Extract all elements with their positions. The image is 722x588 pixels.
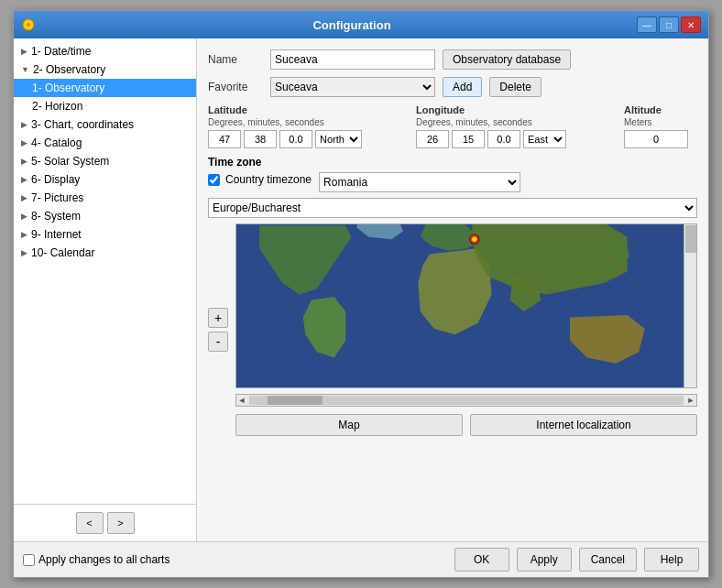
- sidebar-item-internet[interactable]: ▶ 9- Internet: [14, 225, 196, 244]
- window-body: ▶ 1- Date/time ▼ 2- Observatory 1- Obser…: [14, 38, 708, 541]
- scroll-track: [249, 396, 684, 405]
- sidebar-item-observatory[interactable]: ▼ 2- Observatory: [14, 60, 196, 79]
- sidebar-label: 9- Internet: [31, 228, 82, 241]
- expand-arrow: ▼: [21, 65, 29, 74]
- sidebar-item-date-time[interactable]: ▶ 1- Date/time: [14, 42, 196, 60]
- sidebar-item-system[interactable]: ▶ 8- System: [14, 207, 196, 225]
- app-icon: [21, 17, 36, 32]
- apply-button[interactable]: Apply: [517, 548, 572, 572]
- altitude-section: Altitude Meters: [624, 104, 697, 148]
- maximize-button[interactable]: □: [659, 16, 679, 33]
- cancel-button[interactable]: Cancel: [579, 548, 637, 572]
- latitude-minutes[interactable]: [244, 130, 277, 148]
- map-zoom-out-button[interactable]: -: [208, 332, 228, 352]
- longitude-inputs: East West: [416, 130, 609, 148]
- nav-prev-button[interactable]: <: [76, 512, 104, 534]
- country-timezone-row: Country timezone: [208, 173, 312, 186]
- expand-arrow: ▶: [21, 230, 27, 239]
- world-map-svg: [236, 224, 696, 387]
- country-timezone-checkbox[interactable]: [208, 174, 220, 186]
- map-scrollbar-vertical[interactable]: [684, 224, 696, 387]
- window-title: Configuration: [67, 18, 637, 32]
- expand-arrow: ▶: [21, 138, 27, 147]
- window-controls: — □ ✕: [637, 16, 701, 33]
- sidebar-label: 3- Chart, coordinates: [31, 118, 134, 131]
- apply-all-text: Apply changes to all charts: [38, 553, 170, 566]
- minimize-button[interactable]: —: [637, 16, 657, 33]
- expand-arrow: ▶: [21, 120, 27, 129]
- longitude-seconds[interactable]: [487, 130, 520, 148]
- longitude-section: Longitude Degrees, minutes, secondes Eas…: [416, 104, 609, 148]
- country-select[interactable]: Romania: [319, 172, 520, 192]
- sidebar-label: 6- Display: [31, 173, 80, 186]
- longitude-direction[interactable]: East West: [523, 130, 566, 148]
- close-button[interactable]: ✕: [681, 16, 701, 33]
- map-zoom-in-button[interactable]: +: [208, 308, 228, 328]
- expand-arrow: ▶: [21, 212, 27, 221]
- sidebar-item-solar-system[interactable]: ▶ 5- Solar System: [14, 152, 196, 170]
- latitude-direction[interactable]: North South: [315, 130, 362, 148]
- timezone-title: Time zone: [208, 156, 697, 169]
- name-input[interactable]: [270, 49, 435, 70]
- latitude-section: Latitude Degrees, minutes, secondes Nort…: [208, 104, 401, 148]
- observatory-database-button[interactable]: Observatory database: [443, 49, 571, 70]
- sidebar-label: 7- Pictures: [31, 191, 83, 204]
- scrollbar-thumb: [685, 225, 696, 253]
- name-label: Name: [208, 53, 263, 66]
- sidebar-label: 1- Date/time: [31, 45, 91, 58]
- sidebar-item-chart-coords[interactable]: ▶ 3- Chart, coordinates: [14, 115, 196, 134]
- latitude-degrees[interactable]: [208, 130, 241, 148]
- expand-arrow: ▶: [21, 193, 27, 202]
- timezone-select[interactable]: Europe/Bucharest: [208, 198, 697, 218]
- latitude-seconds[interactable]: [279, 130, 312, 148]
- map-container[interactable]: [235, 223, 697, 388]
- sidebar-item-obs-1[interactable]: 1- Observatory: [14, 79, 196, 97]
- map-wrapper: ◄ ► Map Internet localization: [235, 223, 697, 436]
- sidebar-item-obs-2[interactable]: 2- Horizon: [14, 97, 196, 115]
- internet-localization-button[interactable]: Internet localization: [470, 414, 697, 436]
- scroll-thumb: [268, 396, 323, 405]
- sidebar-label: 2- Observatory: [33, 63, 105, 76]
- expand-arrow: ▶: [21, 248, 27, 257]
- add-button[interactable]: Add: [443, 77, 482, 97]
- tree-view: ▶ 1- Date/time ▼ 2- Observatory 1- Obser…: [14, 38, 196, 504]
- scroll-left-arrow[interactable]: ◄: [236, 395, 247, 406]
- ok-button[interactable]: OK: [454, 548, 509, 572]
- svg-point-4: [472, 237, 476, 242]
- configuration-window: Configuration — □ ✕ ▶ 1- Date/time ▼ 2- …: [13, 10, 709, 578]
- expand-arrow: ▶: [21, 47, 27, 56]
- longitude-label: Longitude: [416, 104, 609, 115]
- sidebar-item-display[interactable]: ▶ 6- Display: [14, 170, 196, 189]
- sidebar-label: 8- System: [31, 210, 81, 223]
- sidebar-item-pictures[interactable]: ▶ 7- Pictures: [14, 189, 196, 207]
- right-panel: Name Observatory database Favorite Sucea…: [197, 38, 708, 541]
- nav-next-button[interactable]: >: [107, 512, 135, 534]
- sidebar-label: 10- Calendar: [31, 246, 94, 259]
- sidebar-item-catalog[interactable]: ▶ 4- Catalog: [14, 134, 196, 152]
- scroll-right-arrow[interactable]: ►: [685, 395, 696, 406]
- sidebar-label: 4- Catalog: [31, 136, 82, 149]
- longitude-minutes[interactable]: [452, 130, 485, 148]
- longitude-degrees[interactable]: [416, 130, 449, 148]
- map-scrollbar-horizontal[interactable]: ◄ ►: [235, 394, 697, 407]
- apply-all-label[interactable]: Apply changes to all charts: [23, 553, 170, 566]
- delete-button[interactable]: Delete: [489, 77, 542, 97]
- svg-point-1: [27, 23, 30, 27]
- altitude-input[interactable]: [624, 130, 688, 148]
- apply-all-checkbox[interactable]: [23, 554, 35, 566]
- nav-buttons: < >: [14, 504, 196, 541]
- latitude-sublabel: Degrees, minutes, secondes: [208, 117, 401, 127]
- bottom-bar: Apply changes to all charts OK Apply Can…: [14, 541, 708, 577]
- map-button[interactable]: Map: [235, 414, 463, 436]
- coordinates-section: Latitude Degrees, minutes, secondes Nort…: [208, 104, 697, 148]
- latitude-label: Latitude: [208, 104, 401, 115]
- expand-arrow: ▶: [21, 175, 27, 184]
- latitude-inputs: North South: [208, 130, 401, 148]
- favorite-select[interactable]: Suceava: [270, 77, 435, 97]
- help-button[interactable]: Help: [644, 548, 699, 572]
- sidebar-label: 2- Horizon: [32, 100, 82, 113]
- title-bar: Configuration — □ ✕: [14, 11, 708, 38]
- map-action-buttons: Map Internet localization: [235, 414, 697, 436]
- altitude-sublabel: Meters: [624, 117, 697, 127]
- sidebar-item-calendar[interactable]: ▶ 10- Calendar: [14, 244, 196, 262]
